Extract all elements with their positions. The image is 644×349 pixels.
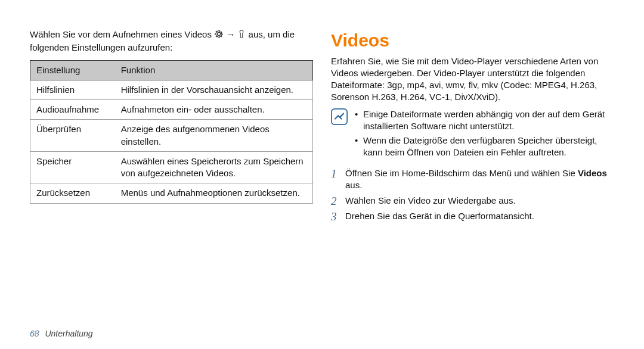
cell-setting: Überprüfen [30, 120, 115, 152]
intro-text-before: Wählen Sie vor dem Aufnehmen eines Video… [30, 29, 214, 39]
table-header-row: Einstellung Funktion [30, 60, 313, 80]
section-body: Erfahren Sie, wie Sie mit dem Video-Play… [331, 55, 614, 104]
note-block: Einige Dateiformate werden abhängig von … [331, 108, 614, 161]
step-item: 1 Öffnen Sie im Home-Bildschirm das Menü… [331, 167, 614, 192]
note-item: Einige Dateiformate werden abhängig von … [355, 108, 614, 133]
table-row: Zurücksetzen Menüs und Aufnahmeoptionen … [30, 183, 313, 203]
left-column: Wählen Sie vor dem Aufnehmen eines Video… [30, 29, 313, 226]
footer-section: Unterhaltung [45, 329, 92, 338]
gear-icon [214, 29, 224, 42]
note-list: Einige Dateiformate werden abhängig von … [355, 108, 614, 161]
step-item: 3 Drehen Sie das Gerät in die Querformat… [331, 210, 614, 222]
cell-function: Hilfslinien in der Vorschauansicht anzei… [115, 80, 313, 99]
table-row: Hilfslinien Hilfslinien in der Vorschaua… [30, 80, 313, 99]
right-column: Videos Erfahren Sie, wie Sie mit dem Vid… [331, 29, 614, 226]
step-number: 2 [331, 194, 337, 209]
header-function: Funktion [115, 60, 313, 80]
cell-function: Auswählen eines Speicherorts zum Speiche… [115, 151, 313, 183]
cell-setting: Speicher [30, 151, 115, 183]
step-text-after: aus. [345, 180, 362, 190]
cell-function: Anzeige des aufgenommenen Videos einstel… [115, 120, 313, 152]
settings-table: Einstellung Funktion Hilfslinien Hilfsli… [30, 60, 313, 204]
page-number: 68 [30, 329, 39, 338]
cell-setting: Zurücksetzen [30, 183, 115, 203]
step-text-bold: Videos [578, 168, 607, 178]
cell-function: Menüs und Aufnahmeoptionen zurücksetzen. [115, 183, 313, 203]
step-number: 1 [331, 166, 337, 182]
cell-function: Aufnahmeton ein- oder ausschalten. [115, 100, 313, 120]
arrow-icon: → [226, 29, 235, 39]
header-setting: Einstellung [30, 60, 115, 80]
settings-intro: Wählen Sie vor dem Aufnehmen eines Video… [30, 29, 313, 54]
note-icon [331, 108, 349, 161]
table-row: Überprüfen Anzeige des aufgenommenen Vid… [30, 120, 313, 152]
step-number: 3 [331, 209, 337, 225]
cell-setting: Audioaufnahme [30, 100, 115, 120]
step-item: 2 Wählen Sie ein Video zur Wiedergabe au… [331, 195, 614, 207]
cell-setting: Hilfslinien [30, 80, 115, 99]
note-item: Wenn die Dateigröße den verfügbaren Spei… [355, 135, 614, 159]
steps-list: 1 Öffnen Sie im Home-Bildschirm das Menü… [331, 167, 614, 223]
step-text: Wählen Sie ein Video zur Wiedergabe aus. [345, 195, 516, 205]
tool-icon [237, 29, 246, 42]
table-row: Speicher Auswählen eines Speicherorts zu… [30, 151, 313, 183]
page-footer: 68 Unterhaltung [30, 329, 93, 338]
section-heading: Videos [331, 29, 614, 53]
step-text-before: Öffnen Sie im Home-Bildschirm das Menü u… [345, 168, 578, 178]
table-row: Audioaufnahme Aufnahmeton ein- oder auss… [30, 100, 313, 120]
step-text: Drehen Sie das Gerät in die Querformatan… [345, 211, 534, 221]
